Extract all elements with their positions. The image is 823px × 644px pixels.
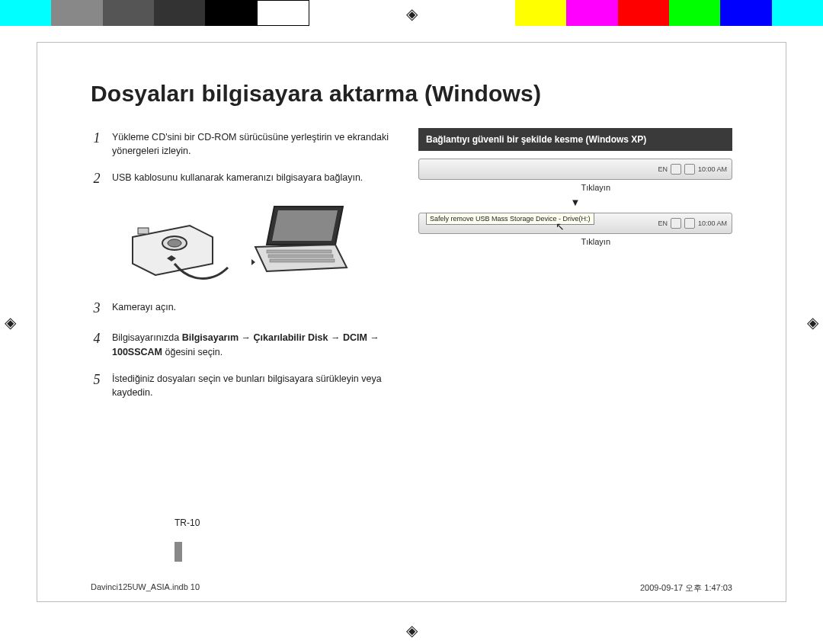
step-item: 3 Kamerayı açın. bbox=[91, 298, 395, 318]
step-number: 3 bbox=[91, 298, 103, 318]
click-label: Tıklayın bbox=[418, 183, 732, 192]
tray-usb-icon bbox=[671, 218, 681, 229]
taskbar-figure: EN 10:00 AM bbox=[418, 159, 732, 180]
taskbar-time: 10:00 AM bbox=[698, 165, 727, 173]
footer-timestamp: 2009-09-17 오후 1:47:03 bbox=[640, 582, 732, 594]
taskbar-time: 10:00 AM bbox=[698, 219, 727, 227]
step-text: Bilgisayarınızda Bilgisayarım → Çıkarıla… bbox=[112, 328, 395, 358]
tray-usb-icon bbox=[671, 164, 681, 175]
click-label: Tıklayın bbox=[418, 237, 732, 246]
step-number: 4 bbox=[91, 328, 103, 358]
registration-mark-icon: ◈ bbox=[5, 313, 16, 332]
sidebar-column: Bağlantıyı güvenli bir şekilde kesme (Wi… bbox=[418, 128, 732, 410]
step-text: Yükleme CD'sini bir CD-ROM sürücüsüne ye… bbox=[112, 128, 395, 158]
tray-volume-icon bbox=[684, 218, 695, 229]
taskbar-lang: EN bbox=[658, 165, 668, 173]
steps-column: 1 Yükleme CD'sini bir CD-ROM sürücüsüne … bbox=[91, 128, 395, 410]
step-number: 2 bbox=[91, 168, 103, 188]
page-number: TR-10 bbox=[175, 517, 200, 548]
step-item: 4 Bilgisayarınızda Bilgisayarım → Çıkarı… bbox=[91, 328, 395, 358]
tray-volume-icon bbox=[684, 164, 695, 175]
step-text: USB kablosunu kullanarak kameranızı bilg… bbox=[112, 168, 363, 188]
registration-mark-icon: ◈ bbox=[406, 621, 418, 639]
tooltip-bubble: Safely remove USB Mass Storage Device - … bbox=[426, 213, 594, 225]
camera-laptop-figure bbox=[121, 199, 395, 283]
page-tab-icon bbox=[175, 542, 182, 562]
registration-mark-icon: ◈ bbox=[807, 313, 818, 332]
svg-point-1 bbox=[168, 239, 181, 247]
callout-box: Bağlantıyı güvenli bir şekilde kesme (Wi… bbox=[418, 128, 732, 151]
print-footer: Davinci125UW_ASIA.indb 10 2009-09-17 오후 … bbox=[91, 582, 732, 594]
page-title: Dosyaları bilgisayara aktarma (Windows) bbox=[91, 81, 732, 107]
step-number: 5 bbox=[91, 370, 103, 399]
page-frame: Dosyaları bilgisayara aktarma (Windows) … bbox=[37, 42, 786, 602]
tooltip-figure: EN 10:00 AM Safely remove USB Mass Stora… bbox=[418, 213, 732, 234]
step-item: 2 USB kablosunu kullanarak kameranızı bi… bbox=[91, 168, 395, 188]
footer-filename: Davinci125UW_ASIA.indb 10 bbox=[91, 582, 200, 594]
laptop-icon bbox=[240, 199, 354, 283]
svg-rect-4 bbox=[268, 255, 333, 258]
step-item: 1 Yükleme CD'sini bir CD-ROM sürücüsüne … bbox=[91, 128, 395, 158]
step-number: 1 bbox=[91, 128, 103, 158]
arrow-down-icon: ▼ bbox=[418, 197, 732, 208]
svg-rect-5 bbox=[270, 259, 335, 262]
step-item: 5 İstediğiniz dosyaları seçin ve bunları… bbox=[91, 370, 395, 399]
cursor-icon: ↖ bbox=[556, 220, 565, 232]
step-text: İstediğiniz dosyaları seçin ve bunları b… bbox=[112, 370, 395, 399]
svg-rect-3 bbox=[267, 250, 331, 253]
step-text: Kamerayı açın. bbox=[112, 298, 176, 318]
camera-icon bbox=[121, 199, 235, 283]
taskbar-lang: EN bbox=[658, 219, 668, 227]
svg-rect-2 bbox=[138, 228, 149, 234]
registration-mark-icon: ◈ bbox=[406, 5, 418, 23]
